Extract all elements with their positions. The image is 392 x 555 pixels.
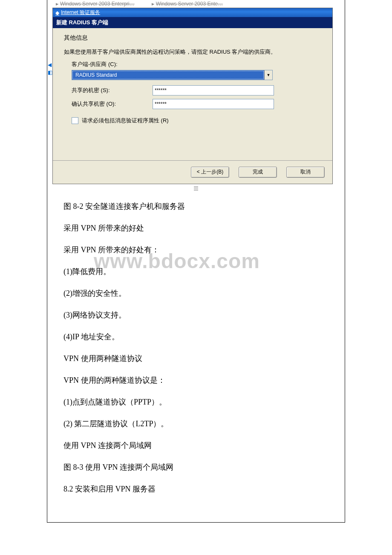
document-body: 图 8-2 安全隧道连接客户机和服务器 采用 VPN 所带来的好处 采用 VPN… bbox=[63, 201, 329, 495]
vendor-dropdown[interactable]: RADIUS Standard ▼ bbox=[72, 70, 273, 80]
back-button[interactable]: < 上一步(B) bbox=[191, 167, 229, 178]
window-icon: ▸ bbox=[152, 1, 154, 7]
list-item: (2) 第二层隧道协议（L2TP）。 bbox=[63, 418, 329, 430]
chevron-down-icon[interactable]: ▼ bbox=[264, 70, 272, 80]
dialog-title: 新建 RADIUS 客户端 bbox=[56, 19, 108, 26]
resize-handle-icon bbox=[194, 185, 198, 191]
finish-button[interactable]: 完成 bbox=[239, 167, 277, 178]
paragraph: 采用 VPN 所带来的好处 bbox=[63, 223, 329, 234]
nav-icon: ◧ bbox=[48, 69, 53, 75]
app-icon: ◆ bbox=[55, 10, 59, 16]
section-heading: 8.2 安装和启用 VPN 服务器 bbox=[63, 483, 329, 495]
list-item: (4)IP 地址安全。 bbox=[63, 331, 329, 343]
radius-wizard-dialog: ◆ Internet 验证服务 新建 RADIUS 客户端 其他信息 如果您使用… bbox=[52, 8, 333, 184]
parent-window-titlebar: ◆ Internet 验证服务 bbox=[53, 8, 332, 17]
list-item: (1)降低费用。 bbox=[63, 266, 329, 278]
taskbar-text: Windows Server 2003 Ente… bbox=[156, 1, 223, 7]
caption: 图 8-2 安全隧道连接客户机和服务器 bbox=[63, 201, 329, 212]
list-item: (1)点到点隧道协议（PPTP）。 bbox=[63, 396, 329, 408]
list-item: (3)网络协议支持。 bbox=[63, 309, 329, 321]
paragraph: 使用 VPN 连接两个局域网 bbox=[63, 440, 329, 451]
taskbar-text: Windows Server 2003 Enterpri… bbox=[60, 1, 135, 7]
parent-window-title: Internet 验证服务 bbox=[61, 9, 100, 16]
nav-left-icon: ◀ bbox=[48, 62, 53, 68]
taskbar-remnant: ▸ Windows Server 2003 Enterpri… ▸ Window… bbox=[47, 0, 345, 8]
confirm-secret-input[interactable] bbox=[153, 99, 274, 109]
vendor-label: 客户端-供应商 (C): bbox=[72, 61, 325, 68]
confirm-secret-label: 确认共享机密 (O): bbox=[72, 100, 153, 108]
paragraph: VPN 使用的两种隧道协议是： bbox=[63, 375, 329, 386]
vendor-dropdown-value: RADIUS Standard bbox=[72, 71, 264, 79]
caption: 图 8-3 使用 VPN 连接两个局域网 bbox=[63, 462, 329, 473]
cancel-button[interactable]: 取消 bbox=[286, 167, 325, 178]
section-heading: 其他信息 bbox=[64, 34, 325, 42]
taskbar-item: ▸ Windows Server 2003 Ente… bbox=[152, 1, 223, 7]
shared-secret-input[interactable] bbox=[153, 85, 274, 95]
message-authenticator-checkbox[interactable] bbox=[72, 117, 78, 124]
list-item: (2)增强的安全性。 bbox=[63, 288, 329, 299]
paragraph: VPN 使用两种隧道协议 bbox=[63, 353, 329, 364]
help-text: 如果您使用基于客户端供应商属性的远程访问策略，请指定 RADIUS 客户端的供应… bbox=[64, 48, 325, 56]
window-icon: ▸ bbox=[56, 1, 58, 7]
left-margin-icons: ◀ ◧ bbox=[48, 62, 53, 75]
shared-secret-label: 共享的机密 (S): bbox=[72, 87, 153, 94]
paragraph: 采用 VPN 所带来的好处有： bbox=[63, 244, 329, 256]
dialog-titlebar: 新建 RADIUS 客户端 bbox=[53, 17, 332, 28]
taskbar-item: ▸ Windows Server 2003 Enterpri… bbox=[56, 1, 135, 7]
checkbox-label: 请求必须包括消息验证程序属性 (R) bbox=[82, 117, 169, 124]
